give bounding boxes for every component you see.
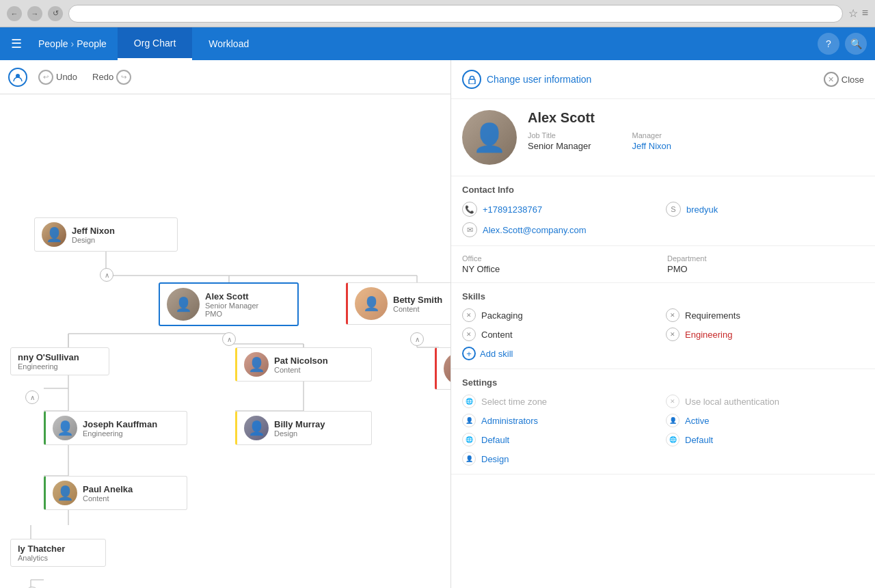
skill-icon-packaging: ✕ xyxy=(462,308,476,322)
paul-name: Paul Anelka xyxy=(83,484,133,494)
onny-title: Engineering xyxy=(18,362,79,371)
role-value[interactable]: Administrators xyxy=(481,416,538,426)
joseph-title: Engineering xyxy=(83,429,157,438)
jeff-silhouette: 👤 xyxy=(46,226,63,243)
node-paul-info: Paul Anelka Content xyxy=(83,484,133,503)
skill-requirements: ✕ Requirements xyxy=(666,308,864,322)
setting-local-auth: ✕ Use local authentication xyxy=(666,395,864,408)
skill-content-value: Content xyxy=(481,330,513,340)
forward-button[interactable]: → xyxy=(27,6,42,21)
default2-value[interactable]: Default xyxy=(685,435,713,445)
contact-section-title: Contact Info xyxy=(462,185,864,195)
node-ily[interactable]: ly Thatcher Analytics xyxy=(10,539,106,567)
skill-engineering-value: Engineering xyxy=(685,330,732,340)
phone-value[interactable]: +17891238767 xyxy=(483,204,542,215)
joseph-silhouette: 👤 xyxy=(57,420,74,436)
org-chart-area[interactable]: 👤 Jeff Nixon Design ∧ 👤 Alex Scott xyxy=(0,94,450,588)
billy-name: Billy Murray xyxy=(274,419,325,429)
local-auth-icon: ✕ xyxy=(666,395,679,408)
setting-dept: 👤 Design xyxy=(462,452,660,466)
collapse-betty[interactable]: ∧ xyxy=(410,332,424,346)
skill-engineering: ✕ Engineering xyxy=(666,328,864,341)
default1-value[interactable]: Default xyxy=(481,435,509,445)
menu-button[interactable]: ≡ xyxy=(862,7,868,20)
timezone-icon: 🌐 xyxy=(462,395,476,408)
profile-manager-field: Manager Jeff Nixon xyxy=(632,131,672,151)
contact-skype: S bredyuk xyxy=(666,202,864,217)
undo-button[interactable]: ↩ Undo xyxy=(34,67,81,88)
detail-header-title: Change user information xyxy=(487,74,818,85)
joseph-name: Joseph Kauffman xyxy=(83,419,157,429)
breadcrumb-current: People xyxy=(77,38,107,49)
onny-name: nny O'Sullivan xyxy=(18,352,79,362)
job-title-value: Senior Manager xyxy=(528,141,591,151)
star-button[interactable]: ☆ xyxy=(848,7,858,20)
timezone-value[interactable]: Select time zone xyxy=(481,397,547,407)
skill-icon-requirements: ✕ xyxy=(666,308,679,322)
status-icon: 👤 xyxy=(666,414,679,427)
jeff-name: Jeff Nixon xyxy=(72,226,115,236)
add-skill-icon: + xyxy=(462,347,476,360)
svg-rect-23 xyxy=(469,79,475,84)
node-extra[interactable]: 👤 xyxy=(435,347,450,390)
lock-icon xyxy=(462,70,481,89)
collapse-onny[interactable]: ∧ xyxy=(25,390,39,404)
search-button[interactable]: 🔍 xyxy=(845,33,867,55)
skill-content: ✕ Content xyxy=(462,328,660,341)
profile-job-field: Job Title Senior Manager xyxy=(528,131,591,151)
alex-name: Alex Scott xyxy=(205,291,258,302)
office-section: Office NY Office Department PMO xyxy=(451,246,875,283)
betty-title: Content xyxy=(393,305,442,313)
setting-timezone: 🌐 Select time zone xyxy=(462,395,660,408)
undo-icon: ↩ xyxy=(38,70,53,85)
user-icon xyxy=(8,68,27,87)
office-label: Office xyxy=(462,254,659,263)
node-billy[interactable]: 👤 Billy Murray Design xyxy=(235,411,372,445)
breadcrumb-root[interactable]: People xyxy=(38,38,68,49)
main-area: ↩ Undo Redo ↪ xyxy=(0,60,875,588)
node-joseph[interactable]: 👤 Joseph Kauffman Engineering xyxy=(44,411,187,445)
address-bar[interactable] xyxy=(68,5,843,23)
back-button[interactable]: ← xyxy=(7,6,22,21)
node-jeff[interactable]: 👤 Jeff Nixon Design xyxy=(34,217,178,252)
hamburger-menu[interactable]: ☰ xyxy=(0,27,33,60)
hamburger-icon: ☰ xyxy=(11,36,22,51)
close-button[interactable]: ✕ Close xyxy=(824,72,864,87)
office-value: NY Office xyxy=(462,264,659,274)
node-pat[interactable]: 👤 Pat Nicolson Content xyxy=(235,347,372,382)
add-skill-button[interactable]: + Add skill xyxy=(462,347,513,360)
tab-bar: Org Chart Workload xyxy=(118,27,265,60)
collapse-alex[interactable]: ∧ xyxy=(222,332,236,346)
profile-info: Alex Scott Job Title Senior Manager Mana… xyxy=(528,110,864,151)
setting-default1: 🌐 Default xyxy=(462,433,660,446)
close-label: Close xyxy=(842,75,864,85)
manager-value[interactable]: Jeff Nixon xyxy=(632,141,672,151)
redo-button[interactable]: Redo ↪ xyxy=(88,67,135,88)
tab-org-chart[interactable]: Org Chart xyxy=(118,27,192,60)
node-betty[interactable]: 👤 Betty Smith Content xyxy=(346,282,450,325)
node-pat-info: Pat Nicolson Content xyxy=(274,356,328,374)
help-button[interactable]: ? xyxy=(818,33,839,55)
node-onny[interactable]: nny O'Sullivan Engineering xyxy=(10,347,109,375)
skill-requirements-value: Requirements xyxy=(685,310,740,321)
collapse-jeff[interactable]: ∧ xyxy=(100,268,113,282)
skype-value[interactable]: bredyuk xyxy=(686,204,718,215)
node-paul[interactable]: 👤 Paul Anelka Content xyxy=(44,476,187,510)
email-value[interactable]: Alex.Scott@company.com xyxy=(483,225,587,235)
node-alex[interactable]: 👤 Alex Scott Senior Manager PMO xyxy=(159,282,299,326)
detail-panel: Change user information ✕ Close 👤 Alex S… xyxy=(451,60,875,588)
skype-icon: S xyxy=(666,202,681,217)
url-input[interactable] xyxy=(76,9,835,18)
tab-workload[interactable]: Workload xyxy=(192,27,265,60)
phone-icon: 📞 xyxy=(462,202,477,217)
top-nav: ☰ People › People Org Chart Workload ? 🔍 xyxy=(0,27,875,60)
dept-setting-value[interactable]: Design xyxy=(481,454,509,464)
office-grid: Office NY Office Department PMO xyxy=(462,254,864,274)
refresh-button[interactable]: ↺ xyxy=(48,6,63,21)
status-value[interactable]: Active xyxy=(685,416,709,426)
billy-silhouette: 👤 xyxy=(248,420,265,436)
alex-title: Senior Manager xyxy=(205,302,258,310)
avatar-joseph: 👤 xyxy=(53,416,77,440)
org-panel: ↩ Undo Redo ↪ xyxy=(0,60,451,588)
profile-avatar: 👤 xyxy=(462,110,517,165)
